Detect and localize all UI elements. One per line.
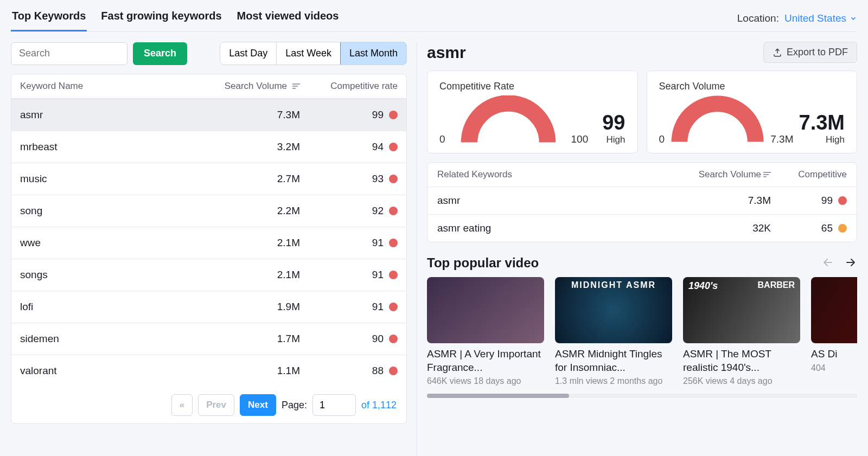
page-label: Page: [282,400,307,411]
video-meta: 404 [811,363,857,373]
videos-next-button[interactable] [844,256,857,271]
video-title: ASMR Midnight Tingles for Insomniac... [555,348,672,374]
video-card[interactable]: 1940'sBARBER ASMR | The MOST realistic 1… [683,277,800,386]
search-button[interactable]: Search [133,42,187,65]
keyword-competitive: 88 [372,365,384,377]
gauge-min: 0 [439,133,445,145]
tab-most-viewed[interactable]: Most viewed videos [236,5,340,31]
competitive-dot-icon [389,271,398,279]
period-last-week[interactable]: Last Week [277,42,341,65]
competitive-dot-icon [389,143,398,151]
related-competitive: 99 [821,195,833,207]
competitive-dot-icon [389,335,398,343]
export-icon [773,48,782,57]
top-videos-title: Top popular video [427,255,539,271]
gauge-title: Search Volume [659,81,845,92]
table-row[interactable]: asmr 7.3M 99 [11,99,406,131]
table-row[interactable]: sidemen 1.7M 90 [11,323,406,355]
col-related-volume[interactable]: Search Volume [668,169,771,180]
competitive-rate-card: Competitive Rate 0 100 99 High [427,70,638,153]
location-value: United States [784,12,846,24]
keyword-volume: 1.1M [192,365,300,377]
videos-prev-button[interactable] [821,256,834,271]
table-row[interactable]: mrbeast 3.2M 94 [11,131,406,163]
table-row[interactable]: wwe 2.1M 91 [11,227,406,259]
col-related-keywords[interactable]: Related Keywords [437,169,668,180]
video-card[interactable]: MIDNIGHT ASMR ASMR Midnight Tingles for … [555,277,672,386]
video-thumbnail: MIDNIGHT ASMR [555,277,672,343]
video-card[interactable]: AS Di 404 [811,277,857,386]
search-input[interactable] [11,42,127,65]
video-title: AS Di [811,348,857,361]
video-thumbnail: 1940'sBARBER [683,277,800,343]
export-pdf-button[interactable]: Export to PDF [763,42,857,63]
keyword-name: wwe [20,237,192,249]
first-page-button[interactable]: « [171,394,193,416]
competitive-dot-icon [389,239,398,247]
videos-scrollbar[interactable] [427,394,857,398]
gauge-title: Competitive Rate [439,81,626,92]
gauge-value: 99 [602,111,625,134]
vertical-divider [417,42,417,456]
related-volume: 7.3M [668,195,771,207]
keyword-volume: 2.1M [192,269,300,281]
col-search-volume[interactable]: Search Volume [192,81,300,92]
keyword-volume: 1.7M [192,333,300,345]
right-panel: asmr Export to PDF Competitive Rate 0 10… [427,42,857,456]
competitive-dot-icon [389,367,398,375]
period-toggle: Last Day Last Week Last Month [220,42,407,65]
table-row[interactable]: song 2.2M 92 [11,195,406,227]
search-volume-card: Search Volume 0 7.3M 7.3M High [647,70,858,153]
keyword-competitive: 91 [372,269,384,281]
keyword-volume: 2.2M [192,205,300,217]
keyword-table: Keyword Name Search Volume Competitive r… [11,74,407,424]
video-thumbnail [427,277,544,343]
table-row[interactable]: songs 2.1M 91 [11,259,406,291]
video-title: ASMR | The MOST realistic 1940's... [683,348,800,374]
tab-fast-growing[interactable]: Fast growing keywords [100,5,222,31]
related-row[interactable]: asmr eating 32K 65 [427,214,857,242]
table-row[interactable]: music 2.7M 93 [11,163,406,195]
arrow-right-icon [844,256,857,269]
keyword-name: lofi [20,301,192,313]
keyword-competitive: 99 [372,109,384,121]
gauge-max: 100 [571,133,589,145]
tab-top-keywords[interactable]: Top Keywords [11,5,87,31]
location-selector[interactable]: Location: United States [737,12,857,24]
left-panel: Search Last Day Last Week Last Month Key… [11,42,407,456]
sort-desc-icon [763,172,771,177]
video-card[interactable]: ASMR | A Very Important Fragrance... 646… [427,277,544,386]
videos-carousel[interactable]: ASMR | A Very Important Fragrance... 646… [427,277,857,386]
video-meta: 256K views 4 days ago [683,376,800,386]
keyword-name: music [20,173,192,185]
table-row[interactable]: valorant 1.1M 88 [11,355,406,387]
related-row[interactable]: asmr 7.3M 99 [427,187,857,214]
gauge-min: 0 [659,133,665,145]
keyword-name: sidemen [20,333,192,345]
related-competitive: 65 [821,222,833,234]
period-last-month[interactable]: Last Month [340,42,407,65]
tabs: Top Keywords Fast growing keywords Most … [11,5,340,31]
col-competitive-rate[interactable]: Competitive rate [300,81,398,92]
gauge-max: 7.3M [770,133,793,145]
tabs-row: Top Keywords Fast growing keywords Most … [11,5,857,32]
keyword-name: song [20,205,192,217]
next-page-button[interactable]: Next [240,394,276,416]
keyword-competitive: 93 [372,173,384,185]
col-keyword-name[interactable]: Keyword Name [20,81,192,92]
table-row[interactable]: lofi 1.9M 91 [11,291,406,323]
keyword-title: asmr [427,43,466,62]
col-related-competitive[interactable]: Competitive [771,169,847,180]
keyword-competitive: 91 [372,301,384,313]
sort-desc-icon [292,84,300,89]
prev-page-button[interactable]: Prev [198,394,234,416]
related-name: asmr [437,195,668,207]
period-last-day[interactable]: Last Day [220,42,277,65]
competitive-dot-icon [389,111,398,119]
competitive-dot-icon [389,175,398,183]
page-input[interactable] [312,394,356,416]
location-label: Location: [737,12,779,24]
competitive-dot-icon [838,196,847,205]
related-name: asmr eating [437,222,668,234]
keyword-volume: 2.1M [192,237,300,249]
